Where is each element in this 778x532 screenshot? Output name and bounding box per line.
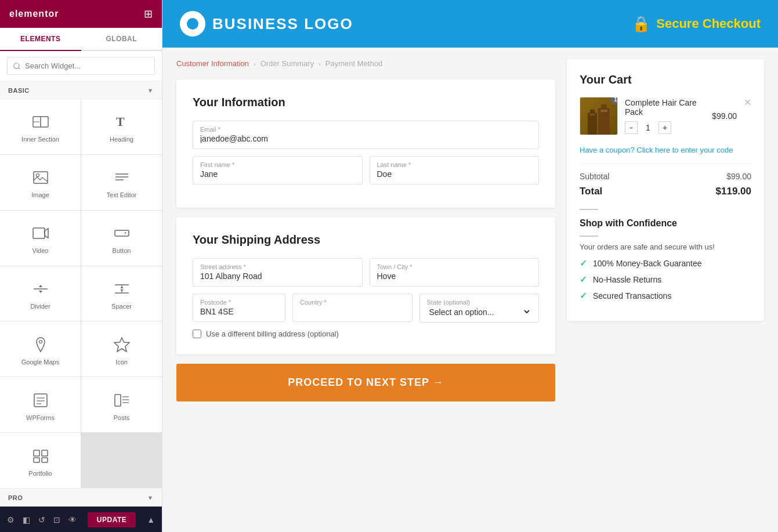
logo-inner-circle	[187, 18, 198, 30]
postcode-group: Postcode *	[193, 294, 285, 323]
svg-marker-17	[120, 286, 123, 288]
confidence-title: Shop with Confidence	[580, 218, 751, 229]
widget-posts[interactable]: Posts	[81, 377, 162, 432]
street-city-row: Street address * Town / City *	[193, 258, 539, 287]
city-label: Town / City *	[377, 263, 532, 270]
breadcrumb-sep-2: ›	[319, 60, 321, 67]
widget-divider-label: Divider	[30, 303, 50, 310]
svg-marker-18	[120, 289, 123, 292]
subtotal-label: Subtotal	[580, 172, 609, 181]
pro-section-header: PRO ▼	[0, 488, 162, 506]
sidebar-search-area	[0, 51, 162, 81]
widget-heading[interactable]: T Heading	[81, 99, 162, 154]
settings-icon[interactable]: ⚙	[7, 515, 15, 524]
postcode-input[interactable]	[200, 306, 278, 316]
logo-area: BUSINESS LOGO	[180, 11, 353, 37]
your-information-title: Your Information	[193, 96, 539, 109]
checkout-form-column: Customer Information › Order Summary › P…	[176, 59, 555, 520]
secure-checkout: 🔒 Secure Checkout	[632, 15, 761, 33]
postcode-label: Postcode *	[200, 299, 278, 306]
widget-icon-label: Icon	[115, 359, 128, 365]
first-name-field-wrapper: First name *	[193, 156, 363, 184]
confidence-item-2: ✓ No-Hassle Returns	[580, 274, 751, 285]
pro-collapse-icon[interactable]: ▼	[147, 494, 154, 501]
billing-checkbox[interactable]	[193, 330, 201, 338]
svg-rect-9	[33, 228, 45, 238]
cart-remove-button[interactable]: ✕	[744, 97, 751, 108]
last-name-input[interactable]	[377, 168, 532, 179]
svg-marker-13	[39, 291, 42, 293]
billing-checkbox-label[interactable]: Use a different billing address (optiona…	[206, 330, 339, 338]
breadcrumb: Customer Information › Order Summary › P…	[176, 59, 555, 70]
first-name-label: First name *	[200, 161, 355, 168]
confidence-label-1: 100% Money-Back Guarantee	[593, 259, 702, 268]
widget-spacer-label: Spacer	[111, 303, 132, 310]
cart-qty-controls: - 1 +	[625, 121, 705, 134]
email-input[interactable]	[200, 133, 531, 143]
qty-value: 1	[642, 123, 654, 132]
first-name-input[interactable]	[200, 168, 355, 179]
widget-inner-section[interactable]: Inner Section	[0, 99, 81, 154]
name-row: First name * Last name *	[193, 156, 539, 184]
sidebar: elementor ⊞ ELEMENTS GLOBAL BASIC ▼ Inne…	[0, 0, 162, 532]
eye-icon[interactable]: 👁	[68, 515, 77, 524]
widgets-grid: Inner Section T Heading Image Text Edito…	[0, 99, 162, 488]
state-select[interactable]: Select an option...	[427, 306, 532, 317]
lock-icon: 🔒	[632, 15, 650, 33]
check-icon-1: ✓	[580, 258, 587, 269]
image-icon	[31, 168, 50, 187]
breadcrumb-order-summary[interactable]: Order Summary	[260, 59, 314, 68]
proceed-button[interactable]: PROCEED TO NEXT STEP →	[176, 364, 555, 401]
tab-global[interactable]: GLOBAL	[81, 28, 162, 50]
grid-icon[interactable]: ⊞	[144, 8, 153, 20]
email-label: Email *	[200, 126, 531, 133]
widget-posts-label: Posts	[114, 414, 130, 421]
widget-divider[interactable]: Divider	[0, 266, 81, 321]
qty-increase-button[interactable]: +	[658, 121, 671, 134]
widget-icon[interactable]: Icon	[81, 321, 162, 377]
widget-wpforms[interactable]: WPForms	[0, 377, 81, 432]
widget-google-maps-label: Google Maps	[21, 359, 59, 365]
cart-box: Your Cart 1	[567, 59, 764, 321]
svg-point-5	[36, 174, 39, 177]
qty-decrease-button[interactable]: -	[625, 121, 638, 134]
cart-item-info: Complete Hair Care Pack - 1 +	[625, 98, 705, 134]
street-input[interactable]	[200, 270, 355, 281]
widget-video[interactable]: Video	[0, 211, 81, 266]
expand-icon[interactable]: ▲	[147, 515, 155, 524]
basic-collapse-icon[interactable]: ▼	[147, 87, 154, 94]
city-input[interactable]	[377, 270, 532, 281]
inner-section-icon	[31, 113, 50, 131]
email-row: Email *	[193, 121, 539, 149]
state-group: State (optional) Select an option...	[419, 294, 540, 323]
svg-rect-25	[115, 395, 121, 406]
content-body: Customer Information › Order Summary › P…	[162, 48, 778, 532]
widget-spacer[interactable]: Spacer	[81, 266, 162, 321]
total-value: $119.00	[716, 186, 751, 197]
search-input[interactable]	[7, 57, 155, 75]
breadcrumb-payment-method[interactable]: Payment Method	[325, 59, 382, 68]
widget-portfolio[interactable]: Portfolio	[0, 433, 81, 488]
widget-image-label: Image	[31, 191, 49, 198]
widget-video-label: Video	[32, 247, 49, 254]
widget-button[interactable]: Button	[81, 211, 162, 266]
coupon-link[interactable]: Have a coupon? Click here to enter your …	[580, 146, 733, 154]
svg-rect-4	[34, 172, 48, 183]
button-icon	[113, 224, 131, 243]
widget-google-maps[interactable]: Google Maps	[0, 321, 81, 377]
update-button[interactable]: UPDATE	[88, 512, 136, 527]
preview-icon[interactable]: ⊡	[53, 515, 60, 524]
billing-checkbox-row: Use a different billing address (optiona…	[193, 330, 539, 338]
country-input[interactable]	[300, 306, 405, 316]
tab-elements[interactable]: ELEMENTS	[0, 28, 81, 51]
layers-icon[interactable]: ◧	[23, 515, 30, 524]
svg-rect-29	[34, 450, 39, 456]
widget-image[interactable]: Image	[0, 155, 81, 210]
breadcrumb-customer-info[interactable]: Customer Information	[176, 59, 249, 68]
widget-text-editor[interactable]: Text Editor	[81, 155, 162, 210]
shipping-title: Your Shipping Address	[193, 233, 539, 247]
footer-icons: ⚙ ◧ ↺ ⊡ 👁	[7, 515, 77, 524]
history-icon[interactable]: ↺	[38, 515, 45, 524]
city-group: Town / City *	[370, 258, 540, 287]
first-name-group: First name *	[193, 156, 363, 184]
